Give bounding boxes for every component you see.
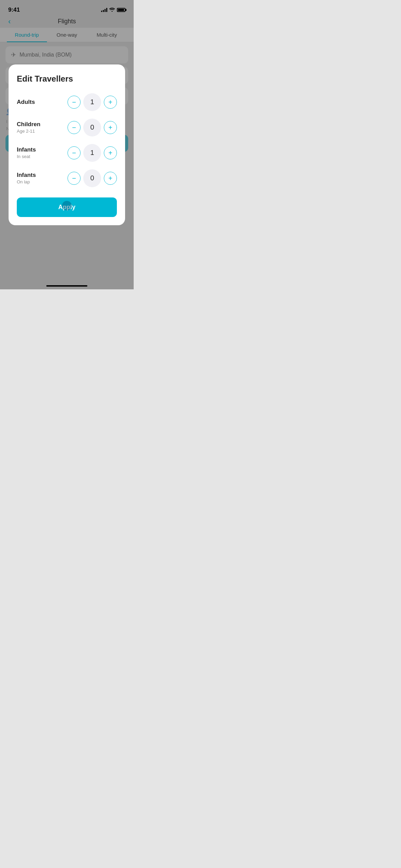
infants-lap-counter: − 0 + [68, 169, 117, 187]
adults-counter: − 1 + [68, 93, 117, 111]
children-value: 0 [83, 119, 101, 136]
infants-seat-row: Infants In seat − 1 + [17, 144, 117, 162]
infants-seat-decrement-button[interactable]: − [68, 146, 81, 159]
infants-lap-row: Infants On lap − 0 + [17, 169, 117, 187]
adults-value: 1 [83, 93, 101, 111]
infants-seat-label: Infants In seat [17, 146, 68, 159]
modal-overlay: Edit Travellers Adults − 1 + Children Ag… [0, 0, 134, 289]
modal-title: Edit Travellers [17, 74, 117, 84]
children-counter: − 0 + [68, 119, 117, 136]
children-row: Children Age 2-11 − 0 + [17, 119, 117, 136]
infants-lap-decrement-button[interactable]: − [68, 172, 81, 185]
infants-lap-label: Infants On lap [17, 172, 68, 184]
infants-lap-value: 0 [83, 169, 101, 187]
children-label: Children Age 2-11 [17, 121, 68, 134]
apply-button-container: Apply [17, 195, 117, 217]
adults-row: Adults − 1 + [17, 93, 117, 111]
infants-seat-value: 1 [83, 144, 101, 162]
infants-seat-counter: − 1 + [68, 144, 117, 162]
adults-increment-button[interactable]: + [104, 96, 117, 109]
children-decrement-button[interactable]: − [68, 121, 81, 134]
apply-button[interactable]: Apply [17, 197, 117, 217]
infants-seat-increment-button[interactable]: + [104, 146, 117, 159]
adults-label: Adults [17, 99, 68, 106]
adults-decrement-button[interactable]: − [68, 96, 81, 109]
children-increment-button[interactable]: + [104, 121, 117, 134]
edit-travellers-modal: Edit Travellers Adults − 1 + Children Ag… [9, 64, 125, 225]
infants-lap-increment-button[interactable]: + [104, 172, 117, 185]
